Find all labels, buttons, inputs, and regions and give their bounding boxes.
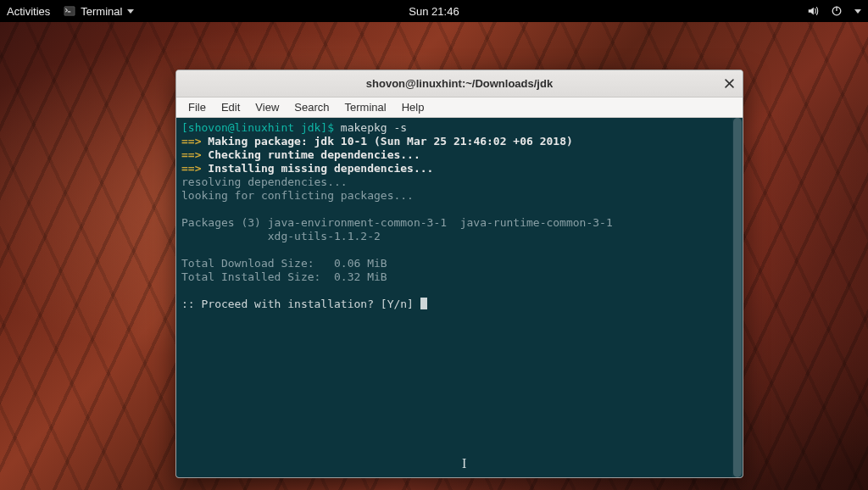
prompt: [shovon@linuxhint jdk]$ [181, 121, 341, 134]
menu-help[interactable]: Help [395, 99, 431, 115]
clock[interactable]: Sun 21:46 [409, 5, 459, 18]
output-line [181, 284, 737, 298]
output-line [181, 203, 737, 216]
menu-view[interactable]: View [248, 99, 286, 115]
close-icon [725, 79, 734, 88]
gnome-topbar: Activities Terminal Sun 21:46 [0, 0, 868, 22]
output-line: Packages (3) java-environment-common-3-1… [181, 216, 737, 230]
svg-rect-0 [64, 7, 75, 16]
prompt-question: :: Proceed with installation? [Y/n] [181, 298, 420, 310]
output-line: Installing missing dependencies... [208, 162, 433, 175]
output-line: Total Installed Size: 0.32 MiB [181, 270, 737, 284]
output-line: Checking runtime dependencies... [208, 148, 420, 161]
app-menu-label: Terminal [81, 5, 122, 18]
text-cursor [420, 298, 427, 309]
command-text: makepkg -s [341, 121, 407, 134]
output-line: xdg-utils-1.1.2-2 [181, 230, 737, 243]
arrow-icon: ==> [181, 162, 208, 175]
titlebar[interactable]: shovon@linuxhint:~/Downloads/jdk [176, 70, 743, 97]
power-icon[interactable] [831, 5, 843, 17]
menu-search[interactable]: Search [287, 99, 336, 115]
ibeam-cursor-icon: I [462, 457, 466, 471]
close-button[interactable] [721, 75, 737, 92]
menubar: File Edit View Search Terminal Help [176, 97, 743, 118]
window-title: shovon@linuxhint:~/Downloads/jdk [366, 77, 553, 90]
menu-file[interactable]: File [181, 99, 213, 115]
output-line [181, 243, 737, 257]
chevron-down-icon[interactable] [854, 9, 861, 14]
menu-edit[interactable]: Edit [214, 99, 247, 115]
arrow-icon: ==> [181, 135, 208, 148]
arrow-icon: ==> [181, 148, 208, 161]
output-line: resolving dependencies... [181, 175, 737, 189]
scrollbar-thumb[interactable] [733, 118, 742, 477]
terminal-viewport[interactable]: [shovon@linuxhint jdk]$ makepkg -s ==> M… [176, 118, 743, 477]
chevron-down-icon [127, 9, 134, 14]
terminal-window: shovon@linuxhint:~/Downloads/jdk File Ed… [175, 70, 743, 478]
output-line: Making package: jdk 10-1 (Sun Mar 25 21:… [208, 135, 572, 148]
activities-button[interactable]: Activities [7, 5, 50, 18]
scrollbar-track[interactable] [732, 118, 743, 477]
volume-icon[interactable] [807, 5, 819, 17]
output-line: looking for conflicting packages... [181, 189, 737, 203]
menu-terminal[interactable]: Terminal [338, 99, 393, 115]
app-menu[interactable]: Terminal [64, 5, 134, 18]
terminal-icon [64, 5, 75, 17]
output-line: Total Download Size: 0.06 MiB [181, 257, 737, 270]
